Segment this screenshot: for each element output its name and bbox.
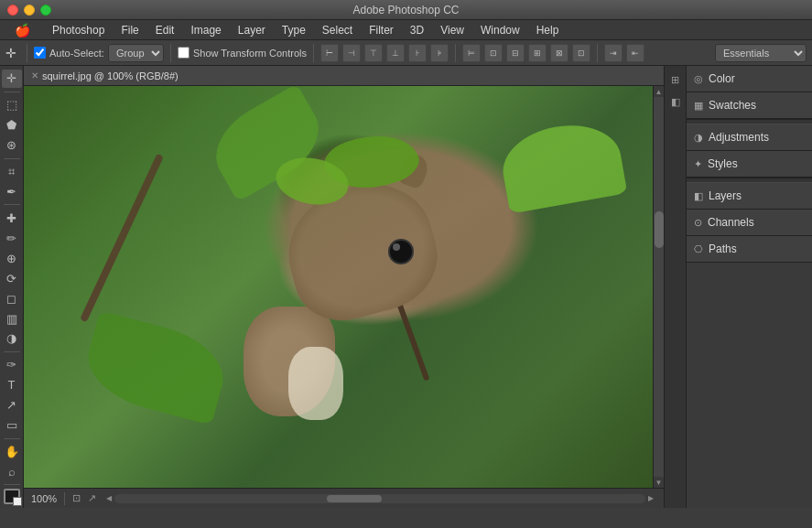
styles-panel-header[interactable]: ✦ Styles (687, 151, 812, 177)
maximize-button[interactable] (40, 5, 51, 16)
channels-panel-icon: ⊙ (694, 217, 702, 229)
scroll-right-arrow[interactable]: ▶ (645, 493, 656, 504)
healing-tool-btn[interactable]: ✚ (2, 209, 22, 227)
transform-controls-checkbox-group[interactable]: Show Transform Controls (178, 47, 307, 59)
tab-filename: squirrel.jpg @ 100% (RGB/8#) (42, 70, 179, 81)
align-center-h-btn[interactable]: ⊣ (342, 44, 361, 62)
eraser-tool-btn[interactable]: ◻ (2, 289, 22, 307)
h-scroll-track[interactable] (114, 494, 645, 503)
paths-panel-header[interactable]: ⎔ Paths (687, 236, 812, 262)
distribute-center-v-btn[interactable]: ⊠ (550, 44, 568, 62)
right-scrollbar[interactable]: ▲ ▼ (653, 86, 664, 488)
minimize-button[interactable] (24, 5, 35, 16)
tab-close-btn[interactable]: ✕ (31, 70, 38, 81)
distribute-bottom-btn[interactable]: ⊡ (572, 44, 590, 62)
traffic-lights (7, 5, 51, 16)
move-tool-btn[interactable]: ✛ (2, 70, 22, 88)
bottom-scrollbar[interactable]: ◀ ▶ (103, 493, 656, 504)
auto-select-checkbox[interactable] (34, 47, 46, 59)
menu-help[interactable]: Help (529, 22, 567, 38)
distribute-left-btn[interactable]: ⊨ (462, 44, 481, 62)
extra-btn-2[interactable]: ⇤ (626, 44, 644, 62)
swatches-panel-group: ▦ Swatches (687, 92, 812, 119)
zoom-tool-btn[interactable]: ⌕ (2, 462, 22, 480)
auto-select-label: Auto-Select: (49, 48, 104, 59)
lasso-tool-btn[interactable]: ⬟ (2, 116, 22, 135)
swatches-panel-header[interactable]: ▦ Swatches (687, 92, 812, 118)
foreground-color-btn[interactable] (4, 489, 20, 504)
menu-select[interactable]: Select (315, 22, 360, 38)
title-bar: Adobe Photoshop CC (0, 0, 812, 20)
distribute-right-btn[interactable]: ⊟ (506, 44, 525, 62)
menu-photoshop[interactable]: Photoshop (45, 22, 112, 38)
tool-separator-4 (4, 351, 20, 352)
tab-bar: ✕ squirrel.jpg @ 100% (RGB/8#) (24, 66, 664, 86)
canvas-image[interactable] (24, 86, 653, 488)
menu-image[interactable]: Image (183, 22, 228, 38)
close-button[interactable] (7, 5, 18, 16)
distribute-center-h-btn[interactable]: ⊡ (484, 44, 503, 62)
scroll-track-vertical[interactable] (654, 97, 665, 477)
color-panel-label: Color (709, 72, 805, 85)
type-tool-btn[interactable]: T (2, 376, 22, 394)
pen-tool-btn[interactable]: ✑ (2, 356, 22, 374)
align-left-btn[interactable]: ⊢ (320, 44, 339, 62)
tool-separator-6 (4, 484, 20, 485)
burn-tool-btn[interactable]: ◑ (2, 329, 22, 348)
status-bar: 100% ⊡ ↗ ◀ ▶ (24, 488, 664, 508)
apple-menu[interactable]: 🍎 (7, 21, 38, 39)
scroll-up-arrow[interactable]: ▲ (654, 86, 665, 97)
layers-panel-header[interactable]: ◧ Layers (687, 183, 812, 209)
auto-select-dropdown[interactable]: Group Layer (108, 44, 164, 62)
scroll-left-arrow[interactable]: ◀ (103, 493, 114, 504)
path-select-tool-btn[interactable]: ↗ (2, 396, 22, 415)
quick-select-tool-btn[interactable]: ⊛ (2, 136, 22, 155)
color-panel-icon: ◎ (694, 73, 703, 85)
align-center-v-btn[interactable]: ⊦ (408, 44, 427, 62)
menu-3d[interactable]: 3D (403, 22, 431, 38)
history-tool-btn[interactable]: ⟳ (2, 269, 22, 287)
extra-btn-1[interactable]: ⇥ (604, 44, 623, 62)
main-area: ✛ ⬚ ⬟ ⊛ ⌗ ✒ ✚ ✏ ⊕ ⟳ ◻ ▥ ◑ ✑ T ↗ ▭ ✋ ⌕ ✕ … (0, 66, 812, 508)
panel-icon-2[interactable]: ◧ (666, 92, 686, 112)
menu-filter[interactable]: Filter (362, 22, 401, 38)
crop-tool-btn[interactable]: ⌗ (2, 163, 22, 181)
scroll-thumb-vertical[interactable] (655, 211, 664, 248)
styles-panel-label: Styles (708, 157, 805, 170)
status-icon-1[interactable]: ⊡ (72, 492, 81, 504)
auto-select-checkbox-group[interactable]: Auto-Select: (34, 47, 104, 59)
canvas-viewport: ▲ ▼ (24, 86, 664, 488)
scroll-down-arrow[interactable]: ▼ (654, 477, 665, 488)
tool-separator-3 (4, 204, 20, 205)
distribute-top-btn[interactable]: ⊞ (528, 44, 547, 62)
menu-edit[interactable]: Edit (148, 22, 182, 38)
left-toolbar: ✛ ⬚ ⬟ ⊛ ⌗ ✒ ✚ ✏ ⊕ ⟳ ◻ ▥ ◑ ✑ T ↗ ▭ ✋ ⌕ (0, 66, 24, 508)
menu-file[interactable]: File (114, 22, 146, 38)
menu-view[interactable]: View (433, 22, 471, 38)
eyedropper-tool-btn[interactable]: ✒ (2, 183, 22, 201)
gradient-tool-btn[interactable]: ▥ (2, 309, 22, 328)
menu-layer[interactable]: Layer (231, 22, 273, 38)
menu-window[interactable]: Window (473, 22, 527, 38)
shape-tool-btn[interactable]: ▭ (2, 416, 22, 435)
panel-icon-1[interactable]: ⊞ (666, 70, 686, 90)
status-separator-1 (64, 492, 65, 505)
clone-tool-btn[interactable]: ⊕ (2, 249, 22, 267)
image-container[interactable] (24, 86, 653, 488)
align-top-btn[interactable]: ⊥ (386, 44, 405, 62)
transform-controls-checkbox[interactable] (178, 47, 189, 59)
swatches-panel-icon: ▦ (694, 100, 703, 112)
channels-panel-header[interactable]: ⊙ Channels (687, 210, 812, 235)
align-bottom-btn[interactable]: ⊧ (430, 44, 449, 62)
brush-tool-btn[interactable]: ✏ (2, 229, 22, 247)
color-panel-header[interactable]: ◎ Color (687, 66, 812, 92)
align-right-btn[interactable]: ⊤ (364, 44, 383, 62)
workspace-dropdown[interactable]: Essentials Photography Design (715, 44, 807, 62)
h-scroll-thumb[interactable] (327, 495, 382, 502)
status-icon-2[interactable]: ↗ (88, 492, 96, 504)
menu-type[interactable]: Type (275, 22, 313, 38)
hand-tool-btn[interactable]: ✋ (2, 442, 22, 460)
adjustments-panel-header[interactable]: ◑ Adjustments (687, 124, 812, 150)
marquee-tool-btn[interactable]: ⬚ (2, 96, 22, 114)
layers-panel-group: ◧ Layers (687, 183, 812, 210)
